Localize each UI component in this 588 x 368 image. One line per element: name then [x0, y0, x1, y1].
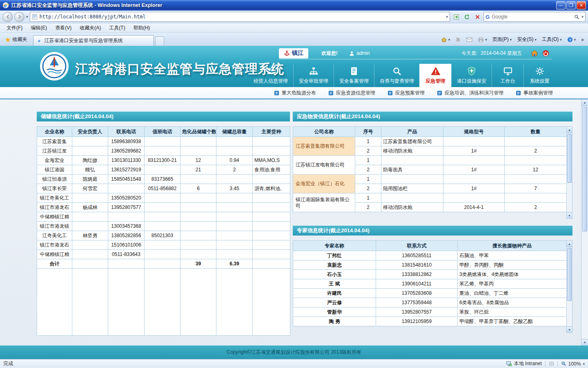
table-row[interactable]: 许建民13705283608重油、白蜡油、丁二烯: [293, 289, 567, 298]
subnav-item[interactable]: 应急培训、演练和演习管理: [437, 90, 503, 96]
menu-item[interactable]: 编辑(E): [27, 23, 51, 33]
portal-home-icon[interactable]: [531, 50, 538, 56]
nav-item-warning[interactable]: 应急管理: [419, 64, 451, 87]
table-row[interactable]: 镇江港国际集装箱有限公司1: [293, 193, 567, 203]
address-bar[interactable]: ▾: [30, 12, 450, 22]
scroll-down-icon[interactable]: ▼: [567, 326, 572, 332]
table-row[interactable]: 镇江市港龙石15106101006: [37, 240, 290, 250]
search-dropdown-icon[interactable]: ▾: [581, 15, 584, 19]
minimize-button[interactable]: ─: [556, 1, 566, 9]
table-row[interactable]: 江苏索普集15896380938: [37, 137, 290, 146]
address-input[interactable]: [40, 14, 444, 20]
table-row[interactable]: 袁新忠13815481610甲醇、异丙醇、丙酮: [293, 260, 567, 270]
city-selector[interactable]: 镇江: [279, 48, 308, 58]
experts-scrollbar[interactable]: ▲ ▼: [566, 240, 572, 333]
table-cell: [72, 240, 108, 250]
scroll-up-icon[interactable]: ▲: [567, 241, 572, 247]
table-row[interactable]: 丁邦红13605285511石脑油、甲苯: [293, 251, 567, 260]
table-row[interactable]: 江奇美化工林坚勇1380528285685021303: [37, 231, 290, 240]
refresh-button[interactable]: [462, 12, 471, 21]
table-cell: [180, 146, 216, 156]
table-row[interactable]: 陶 勇13912105959甲缩醛、甲基异丁基酮、乙酸乙酯: [293, 317, 567, 326]
compatibility-view-button[interactable]: [452, 12, 461, 21]
home-button[interactable]: ▾: [439, 36, 453, 44]
menu-item[interactable]: 文件(F): [2, 23, 27, 33]
table-cell: 13505280520: [108, 193, 145, 203]
nav-item-people[interactable]: 经营人信息管理: [248, 64, 293, 87]
stop-button[interactable]: [473, 12, 482, 21]
table-row[interactable]: 江苏镇江发电有限公司1: [293, 156, 567, 165]
search-box[interactable]: G ▾: [483, 12, 586, 22]
table-row[interactable]: 石小玉133388128623类易燃液体、4类易燃固体: [293, 270, 567, 279]
subnav-item[interactable]: 重大危险源分布: [274, 90, 316, 96]
table-row[interactable]: 镇江市港龙镇13003457368: [37, 222, 290, 231]
safety-menu-button[interactable]: 安全(S) ▾: [514, 35, 539, 44]
menu-item[interactable]: 查看(V): [51, 23, 76, 33]
table-cell: 85021303: [145, 231, 180, 240]
menu-item[interactable]: 工具(T): [105, 23, 129, 33]
table-row[interactable]: 镇江港国顾弘13615272919212食用油,食用: [37, 165, 290, 175]
nav-item-gear[interactable]: 系统设置: [523, 64, 555, 87]
nav-item-magnifier[interactable]: 自查与督查管理: [374, 64, 419, 87]
close-button[interactable]: ×: [577, 1, 586, 9]
table-row[interactable]: 严云修137753594486类毒害品、8类腐蚀品: [293, 298, 567, 307]
page-menu-button[interactable]: 页面(P) ▾: [490, 35, 514, 44]
scroll-thumb[interactable]: [582, 107, 587, 231]
back-button[interactable]: [2, 12, 13, 22]
table-cell: [108, 184, 145, 193]
help-button[interactable]: ? ▾: [565, 36, 579, 44]
table-row[interactable]: 管新华13952807557苯胺、环己烷: [293, 307, 567, 317]
page-scrollbar[interactable]: ▲ ▼: [581, 99, 588, 346]
favorites-button[interactable]: ★ 收藏夹: [2, 34, 31, 46]
table-row[interactable]: 金海宏业陶红皦1301301133083121300-21120.94MMA,M…: [37, 156, 290, 165]
table-row[interactable]: 金海宏业（镇江）石化1: [293, 175, 567, 184]
table-row[interactable]: 中储粮镇江粮: [37, 212, 290, 222]
site-header: 江苏省港口安全监管与应急管理系统 镇江 欢迎您! admin 今天是: 2014…: [0, 46, 588, 87]
nav-item-document[interactable]: 安全备案管理: [334, 64, 374, 87]
search-input[interactable]: [492, 14, 572, 20]
scroll-up-icon[interactable]: ▲: [567, 127, 572, 133]
menu-item[interactable]: 帮助(H): [129, 23, 154, 33]
history-dropdown[interactable]: ▾: [26, 15, 28, 19]
expert-products: 石脑油、甲苯: [458, 251, 567, 260]
table-cell: [145, 137, 180, 146]
table-row[interactable]: 中储粮镇江粮0511-833643: [37, 250, 290, 259]
logout-icon[interactable]: [542, 50, 549, 57]
scroll-down-icon[interactable]: ▼: [567, 212, 572, 218]
menu-item[interactable]: 收藏夹(A): [76, 23, 105, 33]
table-cell: 2: [355, 184, 381, 193]
scroll-thumb[interactable]: [567, 248, 572, 301]
feeds-button[interactable]: [453, 36, 463, 44]
browser-tab[interactable]: e 江苏省港口安全监管与应急管理系统: [33, 35, 154, 46]
search-icon[interactable]: [574, 14, 579, 20]
tools-menu-button[interactable]: 工具(O) ▾: [539, 35, 564, 44]
table-row[interactable]: 江苏镇江发13605289682: [37, 146, 290, 156]
scroll-thumb[interactable]: [567, 134, 572, 183]
print-button[interactable]: ▾: [475, 36, 490, 44]
overflow-chevron[interactable]: »: [579, 36, 586, 44]
table-row[interactable]: 镇江恒泰沥陈炳庭1585045154883173665: [37, 175, 290, 184]
table-row[interactable]: 镇江市港龙石杨成林13952807577: [37, 203, 290, 212]
zoom-control[interactable]: 100% ▾: [561, 361, 585, 367]
nav-item-orgchart[interactable]: 安全审批管理: [293, 64, 334, 87]
zoom-dropdown-icon[interactable]: ▾: [583, 362, 585, 366]
scroll-up-icon[interactable]: ▲: [581, 99, 588, 106]
nav-item-computer[interactable]: 工作台: [492, 64, 523, 87]
table-row[interactable]: 镇江奇美化工13505280520: [37, 193, 290, 203]
supplies-scrollbar[interactable]: ▲ ▼: [566, 126, 572, 219]
table-row[interactable]: 王 斌13906104211苯乙烯、甲基丙: [293, 279, 567, 289]
new-tab-button[interactable]: [155, 36, 164, 46]
maximize-button[interactable]: ❐: [566, 1, 576, 9]
subnav-item[interactable]: 应急预案管理: [388, 90, 425, 96]
table-row[interactable]: 镇江李长荣何雪宏0511-85688263.45沥青,燃料油,: [37, 184, 290, 193]
subnav-item[interactable]: 应急资源信息管理: [328, 90, 375, 96]
scroll-down-icon[interactable]: ▼: [581, 339, 588, 346]
table-row[interactable]: 江苏索普集团有限公司1江苏索普集团有限公司: [293, 137, 567, 146]
address-dropdown-icon[interactable]: ▾: [446, 15, 448, 19]
forward-button[interactable]: [14, 12, 24, 22]
subnav-item[interactable]: 事故案例管理: [516, 90, 553, 96]
column-header: 联系方式: [376, 241, 458, 251]
mail-button[interactable]: [464, 36, 475, 43]
nav-item-shield[interactable]: 港口设施保安: [451, 64, 492, 87]
table-row[interactable]: 合计396.39: [37, 259, 290, 269]
